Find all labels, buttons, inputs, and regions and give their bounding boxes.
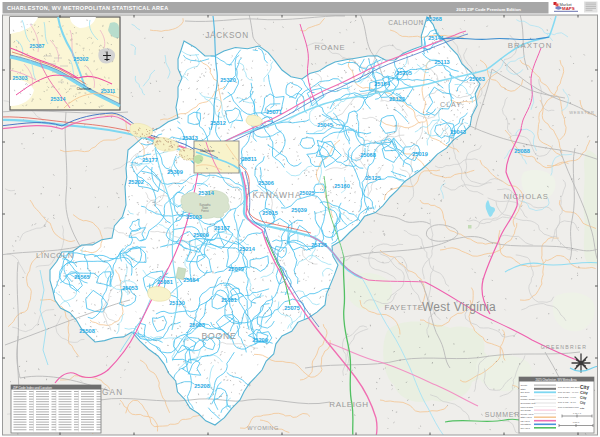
svg-text:WYOMING: WYOMING	[247, 425, 278, 431]
svg-text:25202: 25202	[128, 179, 144, 185]
svg-text:GREENBRIER: GREENBRIER	[541, 344, 587, 350]
svg-text:25015: 25015	[262, 210, 278, 216]
svg-text:25063: 25063	[469, 76, 485, 82]
svg-text:25205: 25205	[396, 70, 412, 76]
svg-text:25081: 25081	[157, 279, 173, 285]
svg-text:0 mi 4 8: 0 mi 4 8	[573, 412, 582, 414]
svg-text:25088: 25088	[514, 148, 530, 154]
svg-text:City: City	[580, 401, 586, 405]
svg-text:25314: 25314	[51, 96, 66, 102]
svg-text:25019: 25019	[412, 151, 428, 157]
svg-text:25312: 25312	[210, 120, 226, 126]
svg-text:25306: 25306	[258, 180, 274, 186]
svg-text:Charleston: Charleston	[200, 149, 215, 153]
svg-text:25508: 25508	[79, 328, 95, 334]
svg-text:Interstates: Interstates	[521, 423, 532, 425]
svg-text:KANAWHA: KANAWHA	[253, 190, 302, 200]
svg-text:State Hwys: State Hwys	[521, 416, 533, 418]
svg-text:25311: 25311	[101, 88, 116, 94]
svg-text:25049: 25049	[228, 266, 244, 272]
svg-text:ZIP Code Index and Location: ZIP Code Index and Location	[13, 386, 52, 390]
svg-text:Toll Roads: Toll Roads	[521, 409, 532, 411]
svg-text:25125: 25125	[365, 175, 381, 181]
svg-text:RALEIGH: RALEIGH	[329, 400, 368, 409]
svg-text:25314: 25314	[198, 190, 214, 196]
svg-text:MAPS: MAPS	[562, 6, 575, 11]
svg-text:25181: 25181	[221, 297, 237, 303]
svg-text:ROANE: ROANE	[314, 43, 345, 52]
svg-text:25009: 25009	[193, 232, 209, 238]
svg-text:ZIP Code: ZIP Code	[521, 391, 531, 393]
svg-text:Toll Hwys: Toll Hwys	[521, 427, 531, 429]
svg-text:CALHOUN: CALHOUN	[388, 19, 424, 26]
svg-text:Roads: Roads	[521, 395, 528, 397]
svg-text:25075: 25075	[284, 305, 300, 311]
svg-text:25071: 25071	[266, 109, 282, 115]
svg-text:West Virginia: West Virginia	[422, 300, 496, 314]
svg-text:25141: 25141	[428, 35, 444, 41]
svg-text:0 km 8: 0 km 8	[573, 421, 580, 423]
svg-text:25160: 25160	[334, 183, 350, 189]
svg-text:City: City	[580, 407, 585, 409]
svg-text:25313: 25313	[182, 135, 198, 141]
svg-text:2025 ZIP Code Premium Edition: 2025 ZIP Code Premium Edition	[456, 7, 521, 12]
svg-text:US Hwys: US Hwys	[521, 420, 531, 422]
svg-text:LINCOLN: LINCOLN	[36, 251, 74, 260]
svg-text:25045: 25045	[317, 122, 333, 128]
svg-text:25209: 25209	[252, 337, 268, 343]
svg-text:NICHOLAS: NICHOLAS	[503, 192, 548, 201]
svg-text:25107: 25107	[214, 225, 230, 231]
svg-text:25068: 25068	[360, 152, 376, 158]
svg-text:25320: 25320	[220, 77, 236, 83]
svg-text:25083: 25083	[189, 322, 205, 328]
svg-text:25311: 25311	[241, 156, 256, 162]
svg-text:2025 Charleston, WV Metro Area: 2025 Charleston, WV Metro Area	[535, 378, 576, 382]
svg-text:25302: 25302	[74, 56, 89, 62]
svg-text:25303: 25303	[13, 75, 28, 81]
svg-text:FAYETTE: FAYETTE	[384, 303, 423, 312]
svg-text:25177: 25177	[142, 157, 158, 163]
svg-text:CLAY: CLAY	[440, 100, 462, 109]
svg-text:25309: 25309	[167, 169, 183, 175]
svg-text:Secondary Rds: Secondary Rds	[521, 402, 537, 404]
svg-text:25133: 25133	[389, 96, 405, 102]
svg-text:25025: 25025	[299, 190, 315, 196]
svg-text:City: City	[580, 390, 589, 395]
svg-text:State: State	[521, 388, 527, 390]
svg-text:BOONE: BOONE	[201, 331, 236, 341]
svg-text:25136: 25136	[311, 242, 327, 248]
svg-text:25039: 25039	[291, 207, 307, 213]
svg-text:WEBSTER: WEBSTER	[569, 110, 594, 115]
svg-text:JACKSON: JACKSON	[205, 31, 249, 40]
svg-text:25565: 25565	[74, 274, 90, 280]
svg-text:25113: 25113	[434, 59, 449, 65]
svg-text:25053: 25053	[122, 285, 138, 291]
svg-text:25154: 25154	[183, 277, 199, 283]
svg-text:25003: 25003	[186, 214, 202, 220]
svg-text:City: City	[580, 396, 587, 400]
svg-text:CHARLESTON, WV METROPOLITAN ST: CHARLESTON, WV METROPOLITAN STATISTICAL …	[7, 5, 169, 11]
svg-text:Minor Roads: Minor Roads	[521, 406, 534, 408]
svg-text:County: County	[521, 384, 529, 386]
svg-text:Primary Roads: Primary Roads	[521, 398, 536, 400]
svg-text:Charleston: Charleston	[77, 87, 92, 91]
svg-text:BRAXTON: BRAXTON	[508, 41, 553, 50]
svg-text:25164: 25164	[374, 81, 390, 87]
svg-text:County Hwys: County Hwys	[521, 413, 535, 415]
svg-text:25043: 25043	[450, 129, 466, 135]
svg-text:25268: 25268	[426, 16, 442, 22]
svg-text:25208: 25208	[194, 383, 210, 389]
svg-text:25387: 25387	[30, 43, 45, 49]
svg-text:25214: 25214	[239, 246, 255, 252]
svg-text:Forest: Forest	[201, 209, 209, 213]
svg-text:25130: 25130	[169, 300, 185, 306]
